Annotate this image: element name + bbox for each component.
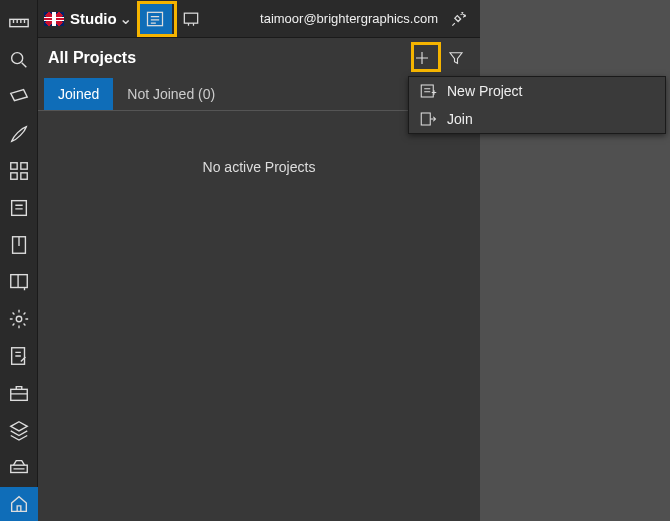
rail-layout[interactable] (0, 265, 38, 299)
rail-settings[interactable] (0, 302, 38, 336)
rail-scanner[interactable] (0, 450, 38, 484)
scanner-icon (8, 456, 30, 478)
rail-toolbox[interactable] (0, 376, 38, 410)
svg-rect-8 (10, 275, 27, 288)
filter-button[interactable] (442, 44, 470, 72)
menu-join-label: Join (447, 111, 473, 127)
search-icon (8, 49, 30, 71)
briefcase-icon (8, 382, 30, 404)
rail-list[interactable] (0, 191, 38, 225)
rail-ruler[interactable] (0, 6, 38, 40)
svg-rect-2 (10, 163, 16, 169)
chevron-down-icon[interactable]: ⌄ (119, 9, 132, 28)
topbar: Studio ⌄ taimoor@brightergraphics.com (38, 0, 480, 38)
projects-icon (145, 9, 165, 29)
account-email[interactable]: taimoor@brightergraphics.com (260, 11, 438, 26)
panel-title: All Projects (48, 49, 402, 67)
join-icon (419, 110, 437, 128)
menu-new-project[interactable]: New Project (409, 77, 665, 105)
grid-icon (8, 160, 30, 182)
new-project-icon (419, 82, 437, 100)
svg-rect-6 (11, 201, 26, 216)
svg-rect-4 (10, 173, 16, 179)
board-view-button[interactable] (174, 4, 208, 34)
tab-not-joined[interactable]: Not Joined (0) (113, 78, 229, 110)
rail-tag[interactable] (0, 80, 38, 114)
menu-new-project-label: New Project (447, 83, 522, 99)
ruler-icon (8, 12, 30, 34)
edit-doc-icon (8, 345, 30, 367)
brush-icon (8, 123, 30, 145)
projects-view-button[interactable] (138, 4, 172, 34)
rail-grid[interactable] (0, 154, 38, 188)
bookmark-icon (8, 234, 30, 256)
menu-join[interactable]: Join (409, 105, 665, 133)
svg-rect-16 (421, 113, 430, 125)
plug-icon (449, 9, 469, 29)
layers-icon (8, 419, 30, 441)
home-icon (8, 493, 30, 515)
studio-dropdown-label[interactable]: Studio (70, 10, 117, 27)
plus-icon (413, 49, 431, 67)
svg-rect-0 (9, 19, 27, 26)
board-icon (181, 9, 201, 29)
svg-rect-5 (20, 173, 26, 179)
add-project-button[interactable] (408, 44, 436, 72)
rail-search[interactable] (0, 43, 38, 77)
gear-icon (8, 308, 30, 330)
list-icon (8, 197, 30, 219)
rail-edit[interactable] (0, 339, 38, 373)
rail-brush[interactable] (0, 117, 38, 151)
left-rail (0, 0, 38, 521)
svg-point-1 (11, 53, 22, 64)
rail-home[interactable] (0, 487, 38, 521)
add-menu: New Project Join (408, 76, 666, 134)
connection-button[interactable] (444, 4, 474, 34)
layout-icon (8, 271, 30, 293)
svg-rect-11 (10, 389, 27, 400)
svg-point-9 (16, 316, 22, 322)
svg-rect-14 (184, 13, 197, 23)
rail-bookmark[interactable] (0, 228, 38, 262)
tab-joined[interactable]: Joined (44, 78, 113, 110)
filter-icon (447, 49, 465, 67)
tag-icon (8, 86, 30, 108)
uk-flag-icon[interactable] (44, 12, 64, 26)
svg-rect-3 (20, 163, 26, 169)
rail-layers[interactable] (0, 413, 38, 447)
panel-header: All Projects (38, 38, 480, 78)
svg-rect-15 (421, 85, 433, 97)
